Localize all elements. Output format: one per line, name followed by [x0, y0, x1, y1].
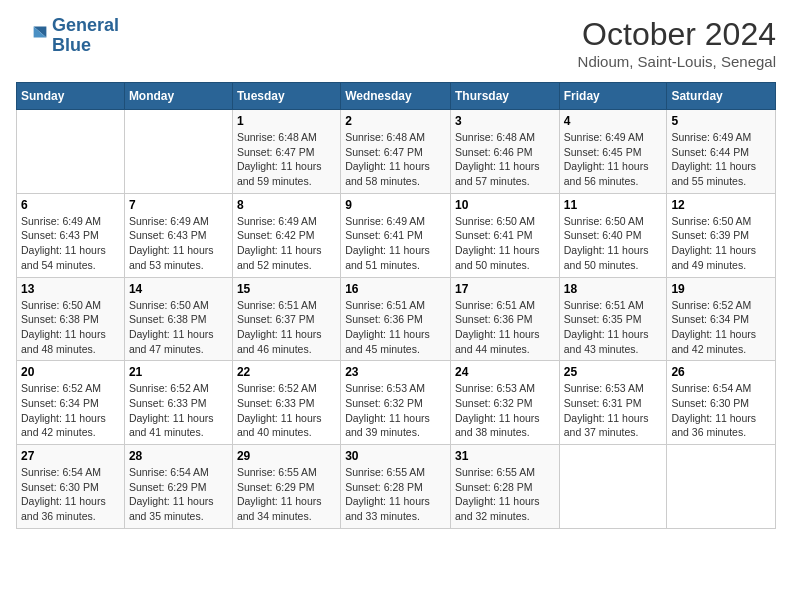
calendar-table: SundayMondayTuesdayWednesdayThursdayFrid… — [16, 82, 776, 529]
cell-info: Sunrise: 6:49 AMSunset: 6:45 PMDaylight:… — [564, 130, 663, 189]
day-number: 16 — [345, 282, 446, 296]
calendar-week-5: 27Sunrise: 6:54 AMSunset: 6:30 PMDayligh… — [17, 445, 776, 529]
day-number: 23 — [345, 365, 446, 379]
calendar-cell: 7Sunrise: 6:49 AMSunset: 6:43 PMDaylight… — [124, 193, 232, 277]
calendar-cell: 8Sunrise: 6:49 AMSunset: 6:42 PMDaylight… — [232, 193, 340, 277]
calendar-cell: 28Sunrise: 6:54 AMSunset: 6:29 PMDayligh… — [124, 445, 232, 529]
day-number: 27 — [21, 449, 120, 463]
page-header: General Blue October 2024 Ndioum, Saint-… — [16, 16, 776, 70]
calendar-cell — [17, 110, 125, 194]
cell-info: Sunrise: 6:52 AMSunset: 6:34 PMDaylight:… — [21, 381, 120, 440]
day-number: 18 — [564, 282, 663, 296]
calendar-cell: 9Sunrise: 6:49 AMSunset: 6:41 PMDaylight… — [341, 193, 451, 277]
cell-info: Sunrise: 6:50 AMSunset: 6:38 PMDaylight:… — [129, 298, 228, 357]
calendar-cell: 15Sunrise: 6:51 AMSunset: 6:37 PMDayligh… — [232, 277, 340, 361]
logo-text: General Blue — [52, 16, 119, 56]
day-number: 30 — [345, 449, 446, 463]
day-number: 3 — [455, 114, 555, 128]
day-number: 6 — [21, 198, 120, 212]
cell-info: Sunrise: 6:49 AMSunset: 6:41 PMDaylight:… — [345, 214, 446, 273]
calendar-cell: 5Sunrise: 6:49 AMSunset: 6:44 PMDaylight… — [667, 110, 776, 194]
calendar-cell: 26Sunrise: 6:54 AMSunset: 6:30 PMDayligh… — [667, 361, 776, 445]
logo-line2: Blue — [52, 36, 119, 56]
calendar-cell: 21Sunrise: 6:52 AMSunset: 6:33 PMDayligh… — [124, 361, 232, 445]
weekday-header-thursday: Thursday — [450, 83, 559, 110]
calendar-cell — [667, 445, 776, 529]
day-number: 2 — [345, 114, 446, 128]
cell-info: Sunrise: 6:50 AMSunset: 6:38 PMDaylight:… — [21, 298, 120, 357]
cell-info: Sunrise: 6:48 AMSunset: 6:47 PMDaylight:… — [237, 130, 336, 189]
day-number: 7 — [129, 198, 228, 212]
calendar-cell: 23Sunrise: 6:53 AMSunset: 6:32 PMDayligh… — [341, 361, 451, 445]
cell-info: Sunrise: 6:53 AMSunset: 6:32 PMDaylight:… — [455, 381, 555, 440]
day-number: 11 — [564, 198, 663, 212]
cell-info: Sunrise: 6:52 AMSunset: 6:33 PMDaylight:… — [237, 381, 336, 440]
cell-info: Sunrise: 6:49 AMSunset: 6:42 PMDaylight:… — [237, 214, 336, 273]
calendar-cell: 11Sunrise: 6:50 AMSunset: 6:40 PMDayligh… — [559, 193, 667, 277]
calendar-week-4: 20Sunrise: 6:52 AMSunset: 6:34 PMDayligh… — [17, 361, 776, 445]
day-number: 24 — [455, 365, 555, 379]
calendar-cell: 1Sunrise: 6:48 AMSunset: 6:47 PMDaylight… — [232, 110, 340, 194]
day-number: 17 — [455, 282, 555, 296]
calendar-week-3: 13Sunrise: 6:50 AMSunset: 6:38 PMDayligh… — [17, 277, 776, 361]
day-number: 22 — [237, 365, 336, 379]
day-number: 5 — [671, 114, 771, 128]
cell-info: Sunrise: 6:50 AMSunset: 6:39 PMDaylight:… — [671, 214, 771, 273]
day-number: 9 — [345, 198, 446, 212]
cell-info: Sunrise: 6:52 AMSunset: 6:34 PMDaylight:… — [671, 298, 771, 357]
weekday-header-saturday: Saturday — [667, 83, 776, 110]
calendar-cell: 24Sunrise: 6:53 AMSunset: 6:32 PMDayligh… — [450, 361, 559, 445]
calendar-cell: 25Sunrise: 6:53 AMSunset: 6:31 PMDayligh… — [559, 361, 667, 445]
calendar-cell: 29Sunrise: 6:55 AMSunset: 6:29 PMDayligh… — [232, 445, 340, 529]
calendar-cell: 27Sunrise: 6:54 AMSunset: 6:30 PMDayligh… — [17, 445, 125, 529]
calendar-body: 1Sunrise: 6:48 AMSunset: 6:47 PMDaylight… — [17, 110, 776, 529]
cell-info: Sunrise: 6:55 AMSunset: 6:28 PMDaylight:… — [345, 465, 446, 524]
calendar-week-1: 1Sunrise: 6:48 AMSunset: 6:47 PMDaylight… — [17, 110, 776, 194]
cell-info: Sunrise: 6:54 AMSunset: 6:29 PMDaylight:… — [129, 465, 228, 524]
calendar-cell: 31Sunrise: 6:55 AMSunset: 6:28 PMDayligh… — [450, 445, 559, 529]
calendar-cell: 17Sunrise: 6:51 AMSunset: 6:36 PMDayligh… — [450, 277, 559, 361]
weekday-header-wednesday: Wednesday — [341, 83, 451, 110]
cell-info: Sunrise: 6:55 AMSunset: 6:29 PMDaylight:… — [237, 465, 336, 524]
cell-info: Sunrise: 6:51 AMSunset: 6:36 PMDaylight:… — [455, 298, 555, 357]
title-block: October 2024 Ndioum, Saint-Louis, Senega… — [578, 16, 776, 70]
day-number: 12 — [671, 198, 771, 212]
calendar-cell — [124, 110, 232, 194]
calendar-cell: 13Sunrise: 6:50 AMSunset: 6:38 PMDayligh… — [17, 277, 125, 361]
calendar-cell: 22Sunrise: 6:52 AMSunset: 6:33 PMDayligh… — [232, 361, 340, 445]
day-number: 15 — [237, 282, 336, 296]
day-number: 20 — [21, 365, 120, 379]
weekday-header-friday: Friday — [559, 83, 667, 110]
cell-info: Sunrise: 6:50 AMSunset: 6:40 PMDaylight:… — [564, 214, 663, 273]
weekday-header-sunday: Sunday — [17, 83, 125, 110]
calendar-cell: 10Sunrise: 6:50 AMSunset: 6:41 PMDayligh… — [450, 193, 559, 277]
cell-info: Sunrise: 6:48 AMSunset: 6:47 PMDaylight:… — [345, 130, 446, 189]
cell-info: Sunrise: 6:48 AMSunset: 6:46 PMDaylight:… — [455, 130, 555, 189]
day-number: 29 — [237, 449, 336, 463]
cell-info: Sunrise: 6:49 AMSunset: 6:43 PMDaylight:… — [21, 214, 120, 273]
cell-info: Sunrise: 6:51 AMSunset: 6:36 PMDaylight:… — [345, 298, 446, 357]
day-number: 1 — [237, 114, 336, 128]
day-number: 28 — [129, 449, 228, 463]
weekday-header-monday: Monday — [124, 83, 232, 110]
cell-info: Sunrise: 6:53 AMSunset: 6:31 PMDaylight:… — [564, 381, 663, 440]
calendar-cell: 4Sunrise: 6:49 AMSunset: 6:45 PMDaylight… — [559, 110, 667, 194]
weekday-header-tuesday: Tuesday — [232, 83, 340, 110]
day-number: 8 — [237, 198, 336, 212]
cell-info: Sunrise: 6:49 AMSunset: 6:44 PMDaylight:… — [671, 130, 771, 189]
day-number: 10 — [455, 198, 555, 212]
subtitle: Ndioum, Saint-Louis, Senegal — [578, 53, 776, 70]
calendar-header-row: SundayMondayTuesdayWednesdayThursdayFrid… — [17, 83, 776, 110]
cell-info: Sunrise: 6:54 AMSunset: 6:30 PMDaylight:… — [671, 381, 771, 440]
cell-info: Sunrise: 6:49 AMSunset: 6:43 PMDaylight:… — [129, 214, 228, 273]
day-number: 25 — [564, 365, 663, 379]
day-number: 31 — [455, 449, 555, 463]
calendar-cell — [559, 445, 667, 529]
calendar-cell: 30Sunrise: 6:55 AMSunset: 6:28 PMDayligh… — [341, 445, 451, 529]
calendar-cell: 18Sunrise: 6:51 AMSunset: 6:35 PMDayligh… — [559, 277, 667, 361]
cell-info: Sunrise: 6:50 AMSunset: 6:41 PMDaylight:… — [455, 214, 555, 273]
cell-info: Sunrise: 6:53 AMSunset: 6:32 PMDaylight:… — [345, 381, 446, 440]
day-number: 19 — [671, 282, 771, 296]
calendar-cell: 14Sunrise: 6:50 AMSunset: 6:38 PMDayligh… — [124, 277, 232, 361]
calendar-cell: 20Sunrise: 6:52 AMSunset: 6:34 PMDayligh… — [17, 361, 125, 445]
